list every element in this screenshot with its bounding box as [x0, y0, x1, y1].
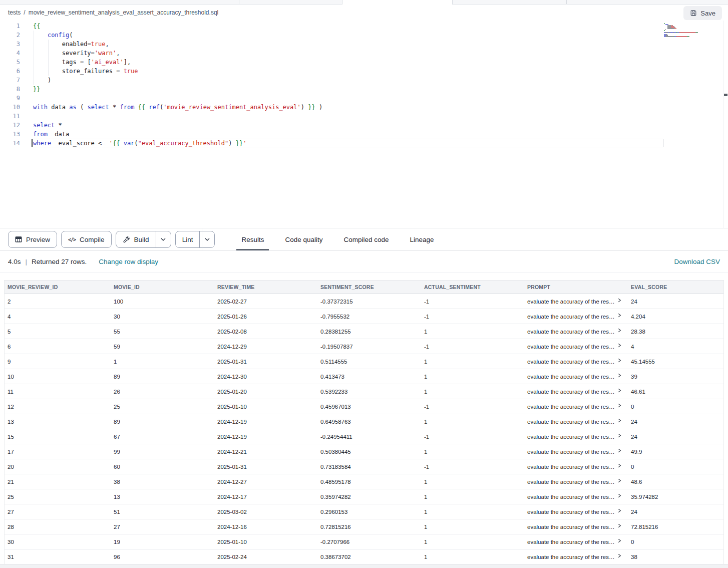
- code-line[interactable]: 13from data: [0, 130, 728, 139]
- cell-movie_id: 99: [111, 449, 214, 455]
- expand-cell-icon[interactable]: [618, 419, 621, 424]
- code-line[interactable]: 11: [0, 112, 728, 121]
- expand-cell-icon[interactable]: [618, 524, 621, 529]
- expand-cell-icon[interactable]: [618, 359, 621, 364]
- expand-cell-icon[interactable]: [618, 449, 621, 454]
- code-line[interactable]: 5 tags = ['ai_eval'],: [0, 58, 728, 67]
- breadcrumb-bar: tests / movie_review_sentiment_analysis_…: [0, 5, 728, 21]
- cell-actual_sentiment: 1: [421, 359, 524, 365]
- line-number: 11: [0, 112, 20, 121]
- preview-button-group: Preview: [8, 231, 57, 248]
- cell-review_time: 2025-01-26: [214, 314, 317, 320]
- cell-eval_score: 0: [628, 539, 723, 545]
- expand-cell-icon[interactable]: [618, 389, 621, 394]
- expand-cell-icon[interactable]: [618, 509, 621, 514]
- code-line[interactable]: 10with data as ( select * from {{ ref('m…: [0, 103, 728, 112]
- breadcrumb-folder[interactable]: tests: [8, 9, 21, 16]
- tab-divider: [566, 0, 567, 4]
- expand-cell-icon[interactable]: [618, 299, 621, 304]
- prompt-preview-text: evaluate the accuracy of the res…: [527, 539, 615, 545]
- expand-cell-icon[interactable]: [618, 344, 621, 349]
- expand-cell-icon[interactable]: [618, 479, 621, 484]
- table-row: 28272024-12-160.728152161evaluate the ac…: [5, 519, 723, 534]
- cell-sentiment_score: 0.5114555: [317, 359, 421, 365]
- vertical-scrollbar-thumb[interactable]: [724, 94, 727, 96]
- cell-sentiment_score: 0.5392233: [317, 389, 421, 395]
- cell-movie_review_id: 5: [5, 329, 111, 335]
- code-line[interactable]: 8}}: [0, 85, 728, 94]
- minimap-line: [664, 32, 720, 33]
- code-line[interactable]: 1{{: [0, 22, 728, 31]
- cell-actual_sentiment: 1: [421, 329, 524, 335]
- tab-results[interactable]: Results: [236, 228, 269, 250]
- cell-actual_sentiment: -1: [421, 344, 524, 350]
- save-button[interactable]: Save: [683, 6, 722, 20]
- horizontal-scrollbar[interactable]: [0, 564, 728, 568]
- expand-cell-icon[interactable]: [618, 314, 621, 319]
- query-duration: 4.0s: [8, 258, 21, 265]
- cell-eval_score: 0: [628, 404, 723, 410]
- code-line[interactable]: 9: [0, 94, 728, 103]
- cell-prompt: evaluate the accuracy of the res…: [524, 314, 628, 320]
- prompt-preview-text: evaluate the accuracy of the res…: [527, 434, 615, 440]
- expand-cell-icon[interactable]: [618, 329, 621, 334]
- compile-button[interactable]: </>Compile: [62, 231, 111, 247]
- cell-movie_review_id: 11: [5, 389, 111, 395]
- cell-prompt: evaluate the accuracy of the res…: [524, 344, 628, 350]
- tab-lineage[interactable]: Lineage: [405, 228, 439, 250]
- tab-code-quality[interactable]: Code quality: [280, 228, 327, 250]
- code-line[interactable]: 7 ): [0, 76, 728, 85]
- breadcrumb[interactable]: tests / movie_review_sentiment_analysis_…: [8, 9, 218, 16]
- table-row: 27512025-03-020.29601531evaluate the acc…: [5, 504, 723, 519]
- expand-cell-icon[interactable]: [618, 374, 621, 379]
- lint-button[interactable]: Lint: [176, 231, 200, 247]
- code-line[interactable]: 6 store_failures = true: [0, 67, 728, 76]
- code-line[interactable]: 2 config(: [0, 31, 728, 40]
- active-file-tab[interactable]: [342, 0, 453, 5]
- cell-actual_sentiment: 1: [421, 419, 524, 425]
- cell-review_time: 2025-01-31: [214, 464, 317, 470]
- toolbar-divider: [202, 228, 202, 250]
- cell-movie_id: 89: [111, 419, 214, 425]
- code-editor[interactable]: 1{{2 config(3 enabled=true,4 severity='w…: [0, 21, 728, 228]
- expand-cell-icon[interactable]: [618, 554, 621, 559]
- code-line[interactable]: 4 severity='warn',: [0, 49, 728, 58]
- prompt-preview-text: evaluate the accuracy of the res…: [527, 329, 615, 335]
- code-line[interactable]: 12select *: [0, 121, 728, 130]
- expand-cell-icon[interactable]: [618, 464, 621, 469]
- build-button[interactable]: Build: [116, 231, 156, 247]
- expand-cell-icon[interactable]: [618, 404, 621, 409]
- download-csv-link[interactable]: Download CSV: [674, 258, 720, 265]
- code-text: [20, 94, 33, 103]
- cell-sentiment_score: 0.38673702: [317, 554, 421, 560]
- minimap-line: [664, 33, 720, 34]
- cell-movie_id: 60: [111, 464, 214, 470]
- change-row-display-link[interactable]: Change row display: [99, 258, 158, 265]
- expand-cell-icon[interactable]: [618, 539, 621, 544]
- cell-actual_sentiment: 1: [421, 389, 524, 395]
- prompt-preview-text: evaluate the accuracy of the res…: [527, 554, 615, 560]
- minimap-line: [664, 24, 720, 25]
- rows-returned: Returned 27 rows.: [32, 258, 87, 265]
- expand-cell-icon[interactable]: [618, 434, 621, 439]
- code-line[interactable]: 3 enabled=true,: [0, 40, 728, 49]
- cell-eval_score: 46.61: [628, 389, 723, 395]
- expand-cell-icon[interactable]: [618, 494, 621, 499]
- code-text: select *: [20, 121, 62, 130]
- build-dropdown-toggle[interactable]: [156, 231, 171, 247]
- results-tabs: ResultsCode qualityCompiled codeLineage: [231, 228, 444, 250]
- cell-sentiment_score: 0.28381255: [317, 329, 421, 335]
- cell-sentiment_score: 0.72815216: [317, 524, 421, 530]
- cell-eval_score: 72.815216: [628, 524, 723, 530]
- column-header-movie_review_id: MOVIE_REVIEW_ID: [5, 284, 111, 290]
- cell-review_time: 2024-12-16: [214, 524, 317, 530]
- scrollbar-track: [723, 21, 724, 228]
- editor-minimap[interactable]: [664, 23, 720, 37]
- tab-compiled-code[interactable]: Compiled code: [339, 228, 394, 250]
- code-line[interactable]: 14where eval_score <= '{{ var("eval_accu…: [0, 139, 728, 148]
- preview-button[interactable]: Preview: [9, 231, 57, 247]
- minimap-line: [664, 30, 720, 31]
- cell-movie_review_id: 10: [5, 374, 111, 380]
- cell-sentiment_score: -0.37372315: [317, 299, 421, 305]
- code-text: with data as ( select * from {{ ref('mov…: [20, 103, 322, 112]
